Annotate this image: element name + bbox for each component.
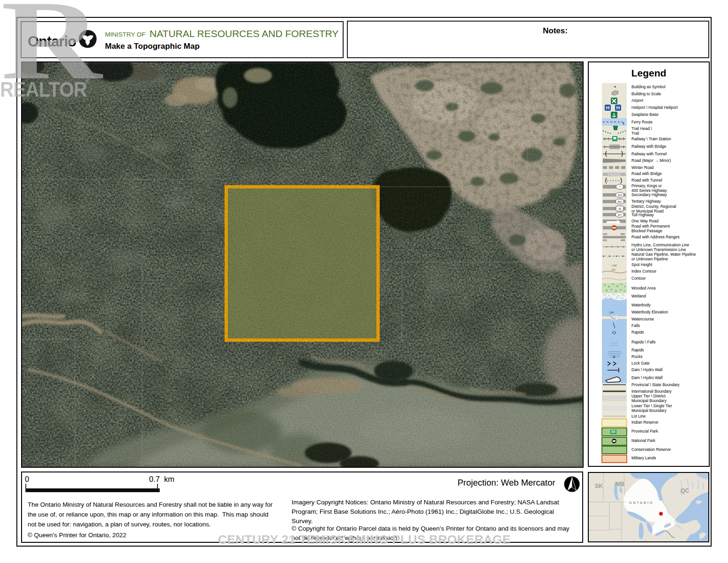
svg-text:206: 206 xyxy=(611,268,615,271)
svg-text:QC: QC xyxy=(681,487,689,494)
svg-text:. 218: . 218 xyxy=(610,264,617,267)
svg-text:MB: MB xyxy=(615,481,624,487)
svg-text:500: 500 xyxy=(621,233,625,236)
svg-text:. 184: . 184 xyxy=(608,311,614,314)
svg-text:REALTOR: REALTOR xyxy=(0,78,87,101)
svg-text:407: 407 xyxy=(618,213,622,216)
svg-text:801: 801 xyxy=(618,200,622,203)
svg-text:®: ® xyxy=(85,77,90,85)
svg-text:421: 421 xyxy=(603,239,607,242)
svg-text:524: 524 xyxy=(618,194,622,197)
svg-text:ONTARIO: ONTARIO xyxy=(629,501,653,505)
svg-text:SK: SK xyxy=(595,483,603,489)
svg-text:7: 7 xyxy=(619,185,621,188)
svg-text:28: 28 xyxy=(618,207,621,210)
svg-text:499: 499 xyxy=(621,239,625,242)
svg-text:420: 420 xyxy=(603,233,607,236)
